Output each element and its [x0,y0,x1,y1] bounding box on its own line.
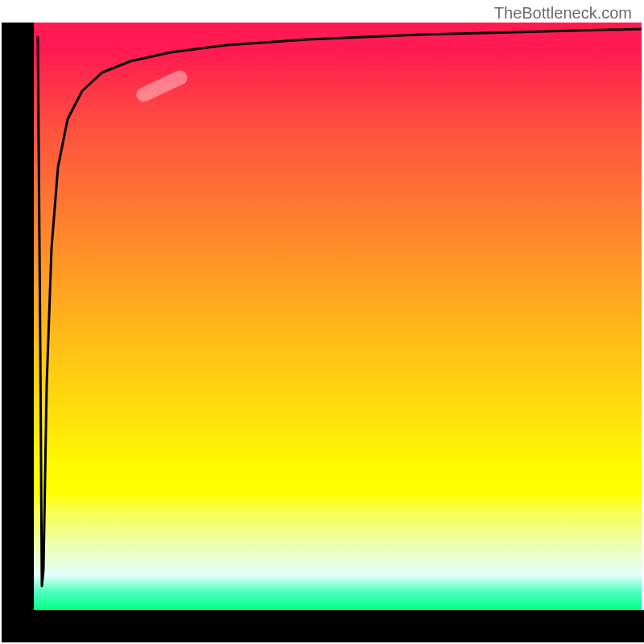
y-axis [2,23,34,642]
credit-label: TheBottleneck.com [494,4,632,23]
x-axis [2,610,644,642]
bottleneck-curve-line [38,29,642,586]
chart-container [2,23,642,642]
curve-svg [34,23,642,610]
